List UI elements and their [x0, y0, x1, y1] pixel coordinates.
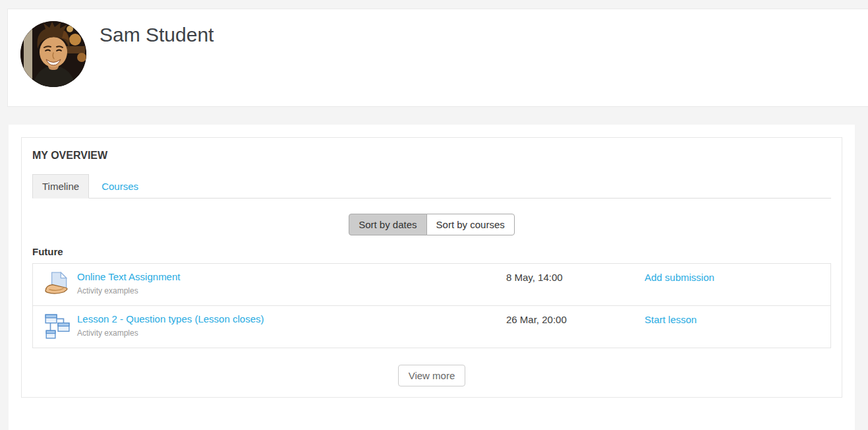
view-more-button[interactable]: View more: [398, 365, 466, 386]
timeline-event-row: Lesson 2 - Question types (Lesson closes…: [33, 305, 830, 348]
profile-header: Sam Student: [7, 9, 868, 107]
sort-by-courses-button[interactable]: Sort by courses: [426, 214, 515, 235]
page-title-user-name: Sam Student: [100, 23, 214, 47]
my-overview-block: MY OVERVIEW Timeline Courses Sort by dat…: [21, 137, 842, 398]
content-region: MY OVERVIEW Timeline Courses Sort by dat…: [9, 125, 855, 430]
avatar-photo-illustration: [20, 21, 86, 87]
timeline-event-list: Online Text Assignment Activity examples…: [32, 263, 831, 348]
event-action-cell: Start lesson: [645, 313, 820, 325]
event-text: Lesson 2 - Question types (Lesson closes…: [71, 313, 506, 338]
event-title-link[interactable]: Lesson 2 - Question types (Lesson closes…: [77, 313, 264, 324]
event-title-link[interactable]: Online Text Assignment: [77, 271, 180, 282]
lesson-icon: [43, 313, 71, 340]
timeline-section-heading: Future: [32, 246, 831, 257]
add-submission-link[interactable]: Add submission: [645, 272, 714, 283]
tab-courses[interactable]: Courses: [92, 174, 148, 199]
event-course-name: Activity examples: [77, 328, 506, 338]
view-more-row: View more: [22, 365, 842, 386]
event-due-date: 26 Mar, 20:00: [506, 313, 645, 325]
sort-by-dates-button[interactable]: Sort by dates: [349, 214, 426, 235]
event-course-name: Activity examples: [77, 286, 506, 295]
overview-tab-bar: Timeline Courses: [32, 174, 831, 199]
user-avatar: [20, 21, 86, 87]
start-lesson-link[interactable]: Start lesson: [645, 314, 697, 325]
event-due-date: 8 May, 14:00: [506, 271, 645, 283]
event-text: Online Text Assignment Activity examples: [71, 271, 506, 295]
block-title: MY OVERVIEW: [32, 150, 831, 162]
sort-button-group: Sort by dates Sort by courses: [22, 214, 842, 235]
assignment-icon: [43, 270, 71, 298]
event-action-cell: Add submission: [645, 271, 820, 283]
tab-timeline[interactable]: Timeline: [32, 174, 89, 199]
timeline-event-row: Online Text Assignment Activity examples…: [33, 264, 830, 305]
